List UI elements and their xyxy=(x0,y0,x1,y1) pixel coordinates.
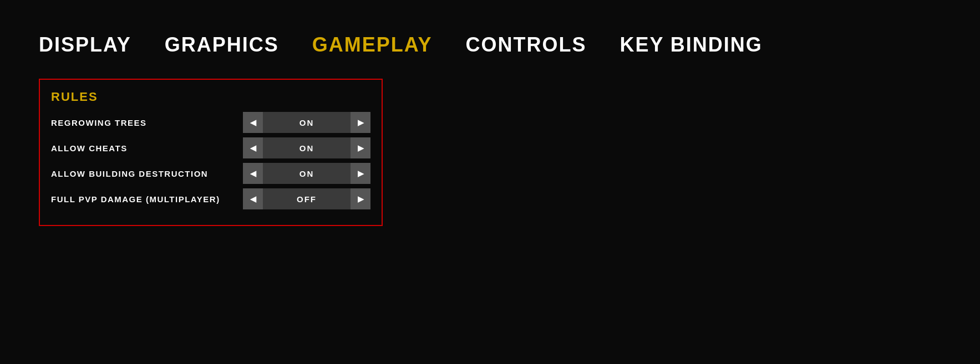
tab-keybinding[interactable]: KEY BINDING xyxy=(620,33,762,57)
setting-control-regrowing-trees: ◀ ON ▶ xyxy=(243,112,370,133)
setting-label-full-pvp-damage: FULL PVP DAMAGE (MULTIPLAYER) xyxy=(51,194,243,204)
full-pvp-damage-left-arrow[interactable]: ◀ xyxy=(243,188,263,209)
setting-control-allow-cheats: ◀ ON ▶ xyxy=(243,137,370,158)
allow-cheats-right-arrow[interactable]: ▶ xyxy=(351,137,370,158)
setting-label-allow-cheats: ALLOW CHEATS xyxy=(51,143,243,153)
allow-building-destruction-left-arrow[interactable]: ◀ xyxy=(243,163,263,184)
tab-graphics[interactable]: GRAPHICS xyxy=(165,33,279,57)
setting-label-regrowing-trees: REGROWING TREES xyxy=(51,118,243,127)
setting-row-allow-cheats: ALLOW CHEATS ◀ ON ▶ xyxy=(51,137,370,158)
full-pvp-damage-right-arrow[interactable]: ▶ xyxy=(351,188,370,209)
rules-title: RULES xyxy=(51,90,370,104)
setting-row-regrowing-trees: REGROWING TREES ◀ ON ▶ xyxy=(51,112,370,133)
allow-cheats-value: ON xyxy=(263,143,351,153)
tab-display[interactable]: DISPLAY xyxy=(39,33,131,57)
setting-row-allow-building-destruction: ALLOW BUILDING DESTRUCTION ◀ ON ▶ xyxy=(51,163,370,184)
rules-panel: RULES REGROWING TREES ◀ ON ▶ ALLOW CHEAT… xyxy=(39,79,383,226)
full-pvp-damage-value: OFF xyxy=(263,194,351,204)
setting-row-full-pvp-damage: FULL PVP DAMAGE (MULTIPLAYER) ◀ OFF ▶ xyxy=(51,188,370,209)
setting-label-allow-building-destruction: ALLOW BUILDING DESTRUCTION xyxy=(51,169,243,178)
page-container: DISPLAY GRAPHICS GAMEPLAY CONTROLS KEY B… xyxy=(0,0,980,364)
allow-building-destruction-right-arrow[interactable]: ▶ xyxy=(351,163,370,184)
tab-gameplay[interactable]: GAMEPLAY xyxy=(312,33,433,57)
nav-tabs: DISPLAY GRAPHICS GAMEPLAY CONTROLS KEY B… xyxy=(39,33,941,57)
regrowing-trees-right-arrow[interactable]: ▶ xyxy=(351,112,370,133)
regrowing-trees-left-arrow[interactable]: ◀ xyxy=(243,112,263,133)
tab-controls[interactable]: CONTROLS xyxy=(465,33,586,57)
allow-building-destruction-value: ON xyxy=(263,169,351,178)
setting-control-allow-building-destruction: ◀ ON ▶ xyxy=(243,163,370,184)
allow-cheats-left-arrow[interactable]: ◀ xyxy=(243,137,263,158)
setting-control-full-pvp-damage: ◀ OFF ▶ xyxy=(243,188,370,209)
regrowing-trees-value: ON xyxy=(263,118,351,127)
